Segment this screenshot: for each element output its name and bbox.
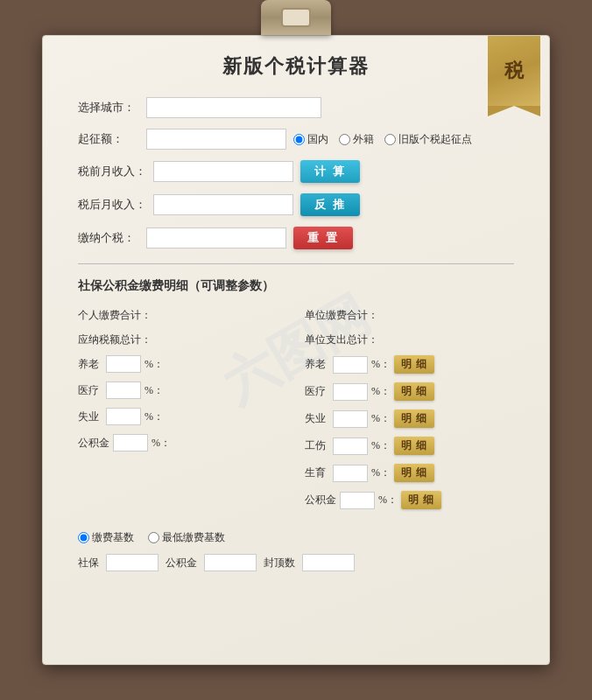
reverse-button[interactable]: 反 推 xyxy=(300,193,360,216)
posttax-label: 税后月收入： xyxy=(78,197,146,213)
pension-unit-rate[interactable] xyxy=(333,356,368,374)
maternity-detail-button[interactable]: 明 细 xyxy=(394,464,434,482)
maternity-unit-pct: %： xyxy=(371,466,391,480)
tax-badge: 税 xyxy=(488,36,540,106)
unemployment-personal-row: 失业 %： xyxy=(78,408,287,425)
page-title: 新版个税计算器 xyxy=(78,53,514,80)
bottom-inputs-row: 社保 公积金 封顶数 xyxy=(78,554,514,571)
bottom-section: 缴费基数 最低缴费基数 社保 公积金 封顶数 xyxy=(78,530,514,571)
city-row: 选择城市： xyxy=(78,97,514,118)
medical-unit-rate[interactable] xyxy=(333,383,368,401)
unit-column: 单位缴费合计： 单位支出总计： 养老 %： 明 细 医疗 %： xyxy=(305,306,514,518)
housing-personal-pct: %： xyxy=(152,436,171,451)
social-base-input[interactable] xyxy=(106,554,159,571)
radio-old[interactable]: 旧版个税起征点 xyxy=(384,132,472,147)
threshold-label: 起征额： xyxy=(78,131,139,147)
unemployment-unit-row: 失业 %： 明 细 xyxy=(305,410,514,428)
workinjury-detail-button[interactable]: 明 细 xyxy=(394,437,434,455)
pretax-input[interactable] xyxy=(153,161,293,182)
social-columns: 个人缴费合计： 应纳税额总计： 养老 %： 医疗 %： xyxy=(78,306,514,518)
unit-expense-label: 单位支出总计： xyxy=(305,332,378,347)
unit-expense-row: 单位支出总计： xyxy=(305,331,514,348)
housing-label: 公积金 xyxy=(166,556,197,570)
radio-base[interactable]: 缴费基数 xyxy=(78,530,134,545)
social-label: 社保 xyxy=(78,556,99,570)
personal-total-label: 个人缴费合计： xyxy=(78,308,152,323)
personal-column: 个人缴费合计： 应纳税额总计： 养老 %： 医疗 %： xyxy=(78,306,287,518)
housing-unit-label: 公积金 xyxy=(305,493,336,508)
posttax-input[interactable] xyxy=(153,194,293,215)
pension-personal-label: 养老 xyxy=(78,357,102,372)
pretax-row: 税前月收入： 计 算 xyxy=(78,160,514,183)
posttax-row: 税后月收入： 反 推 xyxy=(78,193,514,216)
city-label: 选择城市： xyxy=(78,100,139,116)
pretax-label: 税前月收入： xyxy=(78,164,146,179)
medical-unit-pct: %： xyxy=(371,384,391,399)
medical-detail-button[interactable]: 明 细 xyxy=(394,382,434,401)
medical-unit-label: 医疗 xyxy=(305,384,329,399)
unemployment-personal-pct: %： xyxy=(144,410,164,424)
unemployment-unit-rate[interactable] xyxy=(333,410,368,428)
cap-input[interactable] xyxy=(302,554,355,571)
taxable-total-label: 应纳税额总计： xyxy=(78,332,152,347)
unemployment-unit-pct: %： xyxy=(371,411,391,426)
housing-personal-label: 公积金 xyxy=(78,436,109,451)
radio-foreign[interactable]: 外籍 xyxy=(339,132,374,147)
housing-personal-rate[interactable] xyxy=(113,434,148,452)
medical-personal-label: 医疗 xyxy=(78,383,102,398)
unemployment-personal-label: 失业 xyxy=(78,410,102,424)
unit-total-label: 单位缴费合计： xyxy=(305,308,378,323)
housing-detail-button[interactable]: 明 细 xyxy=(401,491,441,509)
cap-label: 封顶数 xyxy=(264,556,295,570)
reset-button[interactable]: 重 置 xyxy=(293,227,353,249)
tax-badge-text: 税 xyxy=(504,58,524,84)
housing-base-input[interactable] xyxy=(204,554,257,571)
base-radio-group: 缴费基数 最低缴费基数 xyxy=(78,530,514,545)
workinjury-unit-rate[interactable] xyxy=(333,438,368,455)
unemployment-unit-label: 失业 xyxy=(305,411,329,426)
pension-unit-label: 养老 xyxy=(305,357,329,372)
radio-domestic[interactable]: 国内 xyxy=(293,132,328,147)
taxable-total-row: 应纳税额总计： xyxy=(78,331,287,348)
personal-total-row: 个人缴费合计： xyxy=(78,306,287,324)
maternity-unit-label: 生育 xyxy=(305,466,329,480)
taxpay-row: 缴纳个税： 重 置 xyxy=(78,227,514,249)
housing-unit-pct: %： xyxy=(378,493,398,508)
pension-detail-button[interactable]: 明 细 xyxy=(394,355,434,374)
taxpay-label: 缴纳个税： xyxy=(78,230,139,246)
housing-personal-row: 公积金 %： xyxy=(78,434,287,452)
threshold-row: 起征额： 国内 外籍 旧版个税起征点 xyxy=(78,129,514,150)
unit-total-row: 单位缴费合计： xyxy=(305,306,514,324)
housing-unit-row: 公积金 %： 明 细 xyxy=(305,491,514,509)
city-input[interactable] xyxy=(146,97,321,118)
medical-personal-pct: %： xyxy=(144,383,164,398)
section-divider xyxy=(78,263,514,264)
radio-min-base[interactable]: 最低缴费基数 xyxy=(148,530,225,545)
housing-unit-rate[interactable] xyxy=(340,492,375,509)
workinjury-unit-label: 工伤 xyxy=(305,438,329,453)
medical-unit-row: 医疗 %： 明 细 xyxy=(305,382,514,401)
pension-personal-rate[interactable] xyxy=(106,355,141,373)
calc-button[interactable]: 计 算 xyxy=(300,160,360,183)
threshold-input[interactable] xyxy=(146,129,286,150)
unemployment-detail-button[interactable]: 明 细 xyxy=(394,410,434,428)
maternity-unit-rate[interactable] xyxy=(333,465,368,482)
medical-personal-rate[interactable] xyxy=(106,382,141,399)
unemployment-personal-rate[interactable] xyxy=(106,408,141,425)
social-section-title: 社保公积金缴费明细（可调整参数） xyxy=(78,278,514,294)
pension-personal-row: 养老 %： xyxy=(78,355,287,373)
medical-personal-row: 医疗 %： xyxy=(78,382,287,399)
clipboard-clip xyxy=(261,0,331,35)
pension-unit-pct: %： xyxy=(371,357,391,372)
pension-personal-pct: %： xyxy=(144,357,164,372)
taxpay-input[interactable] xyxy=(146,228,286,248)
threshold-radio-group: 国内 外籍 旧版个税起征点 xyxy=(293,132,472,147)
workinjury-unit-pct: %： xyxy=(371,438,391,453)
pension-unit-row: 养老 %： 明 细 xyxy=(305,355,514,374)
workinjury-unit-row: 工伤 %： 明 细 xyxy=(305,437,514,455)
maternity-unit-row: 生育 %： 明 细 xyxy=(305,464,514,482)
clipboard-board: 六图网 税 新版个税计算器 选择城市： 起征额： 国内 xyxy=(42,35,550,665)
